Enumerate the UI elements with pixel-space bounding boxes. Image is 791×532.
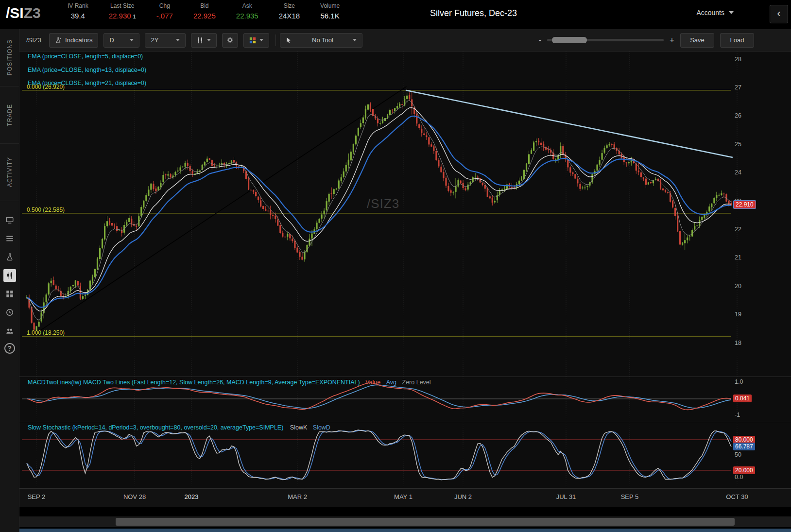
chevron-down-icon [130, 39, 134, 41]
quote-field-bid: Bid22.925 [183, 2, 226, 20]
chevron-down-icon [207, 39, 211, 41]
scrollbar-handle[interactable] [116, 518, 735, 526]
field-value: 22.925 [193, 12, 216, 20]
history-icon[interactable] [3, 306, 16, 319]
price-axis-label: 26 [735, 112, 741, 119]
price-axis-label: 18 [735, 340, 741, 346]
stoch-zero-label: 0.0 [735, 474, 743, 481]
field-value: 22.935 [236, 12, 258, 20]
field-label: Ask [236, 2, 258, 9]
field-value: 22.9301 [109, 12, 136, 20]
chart-area[interactable]: EMA (price=CLOSE, length=5, displace=0) … [19, 51, 791, 488]
macd-legend-zero: Zero Level [402, 379, 431, 386]
beaker-icon[interactable] [3, 251, 16, 263]
sidebar-tab-activity[interactable]: ACTIVITY [0, 144, 19, 201]
settings-button[interactable] [222, 33, 238, 48]
accounts-menu[interactable]: Accounts [696, 9, 734, 17]
zoom-in-button[interactable]: + [670, 35, 674, 45]
field-label: IV Rank [68, 2, 88, 9]
gear-icon [226, 36, 234, 44]
indicators-label: Indicators [65, 36, 92, 44]
color-grid-icon [249, 37, 256, 44]
time-axis-label: SEP 5 [621, 493, 639, 500]
chevron-down-icon [259, 39, 263, 41]
field-label: Volume [320, 2, 340, 9]
range-dropdown[interactable]: 2Y [145, 33, 186, 48]
tab-label: ACTIVITY [6, 157, 13, 187]
bottom-accent-bar [19, 529, 791, 532]
field-value: 56.1K [320, 12, 340, 20]
stoch-title-text: Slow Stochastic (kPeriod=14, dPeriod=3, … [28, 424, 283, 431]
symbol-suffix: Z3 [24, 5, 41, 21]
timeframe-dropdown[interactable]: D [103, 33, 139, 48]
price-axis-label: 20 [735, 283, 741, 290]
price-chart-canvas[interactable] [19, 51, 791, 488]
stoch-legend-slowk: SlowK [290, 424, 307, 431]
community-icon[interactable] [3, 325, 16, 337]
load-button[interactable]: Load [720, 33, 754, 48]
toolbar-separator [275, 34, 276, 46]
macd-axis-bottom: -1 [735, 412, 740, 418]
quote-field-last-size: Last Size22.9301 [99, 2, 146, 20]
fib-level-label: 0.000 (26.920) [27, 84, 65, 90]
price-axis-label: 28 [735, 56, 741, 63]
stoch-mid-label: 50 [735, 451, 741, 458]
time-axis-label: JUN 2 [454, 493, 472, 500]
chevron-down-icon [176, 39, 180, 41]
range-value: 2Y [151, 36, 158, 44]
indicators-button[interactable]: Indicators [49, 33, 98, 48]
studies-icon [55, 37, 62, 44]
zoom-out-button[interactable]: - [538, 35, 541, 45]
time-axis-label: JUL 31 [556, 493, 576, 500]
save-button[interactable]: Save [680, 33, 714, 48]
sidebar-tab-trade[interactable]: TRADE [0, 86, 19, 144]
sidebar-tab-positions[interactable]: POSITIONS [0, 29, 19, 86]
left-rail: POSITIONS TRADE ACTIVITY ? [0, 29, 19, 532]
timeframe-value: D [109, 36, 114, 44]
tab-label: TRADE [6, 104, 13, 126]
macd-title-text: MACDTwoLines(tw) MACD Two Lines (Fast Le… [28, 379, 360, 386]
zoom-slider-handle[interactable] [552, 37, 587, 43]
zoom-slider[interactable] [547, 39, 664, 41]
chart-icon[interactable] [3, 269, 16, 282]
monitor-icon[interactable] [3, 214, 16, 226]
grid-icon[interactable] [3, 288, 16, 300]
collapse-panel-button[interactable]: ‹ [770, 5, 788, 23]
field-label: Bid [193, 2, 216, 9]
symbol-logo: /SIZ3 [6, 5, 41, 21]
price-axis-label: 27 [735, 84, 741, 91]
price-axis-label: 25 [735, 141, 741, 148]
instrument-title: Silver Futures, Dec-23 [430, 8, 517, 18]
time-axis-label: NOV 28 [123, 493, 146, 500]
price-axis-label: 21 [735, 254, 741, 261]
time-axis-label: OCT 30 [726, 493, 748, 500]
chart-toolbar: /SIZ3 Indicators D 2Y No Tool - + Save L… [19, 29, 791, 51]
style-dropdown[interactable] [243, 33, 269, 48]
symbol-input[interactable]: /SIZ3 [26, 36, 41, 44]
macd-axis-top: 1.0 [735, 378, 743, 385]
chevron-down-icon [353, 39, 357, 41]
stochastic-study-label[interactable]: Slow Stochastic (kPeriod=14, dPeriod=3, … [28, 424, 330, 431]
help-icon[interactable]: ? [4, 343, 15, 354]
stoch-legend-slowd: SlowD [313, 424, 330, 431]
study-label-ema5[interactable]: EMA (price=CLOSE, length=5, displace=0) [28, 53, 143, 60]
macd-legend-avg: Avg [386, 379, 396, 386]
horizontal-scrollbar[interactable] [19, 516, 791, 527]
quote-field-ask: Ask22.935 [226, 2, 269, 20]
field-value: 39.4 [68, 12, 88, 20]
watchlist-icon[interactable] [3, 232, 16, 245]
quote-header: /SIZ3 IV Rank39.4Last Size22.9301Chg-.07… [0, 0, 791, 29]
chart-type-dropdown[interactable] [191, 33, 217, 48]
macd-value-tag: 0.041 [733, 395, 752, 402]
price-axis-label: 24 [735, 169, 741, 176]
fib-level-label: 0.500 (22.585) [27, 206, 65, 213]
study-label-ema13[interactable]: EMA (price=CLOSE, length=13, displace=0) [28, 67, 146, 73]
price-axis-label: 19 [735, 311, 741, 318]
macd-study-label[interactable]: MACDTwoLines(tw) MACD Two Lines (Fast Le… [28, 379, 431, 386]
drawing-tool-dropdown[interactable]: No Tool [280, 33, 362, 48]
tool-label: No Tool [312, 36, 333, 44]
macd-legend-value: Value [365, 379, 380, 386]
quote-field-chg: Chg-.077 [146, 2, 183, 20]
field-extra: 1 [133, 14, 136, 19]
help-glyph: ? [7, 344, 12, 352]
